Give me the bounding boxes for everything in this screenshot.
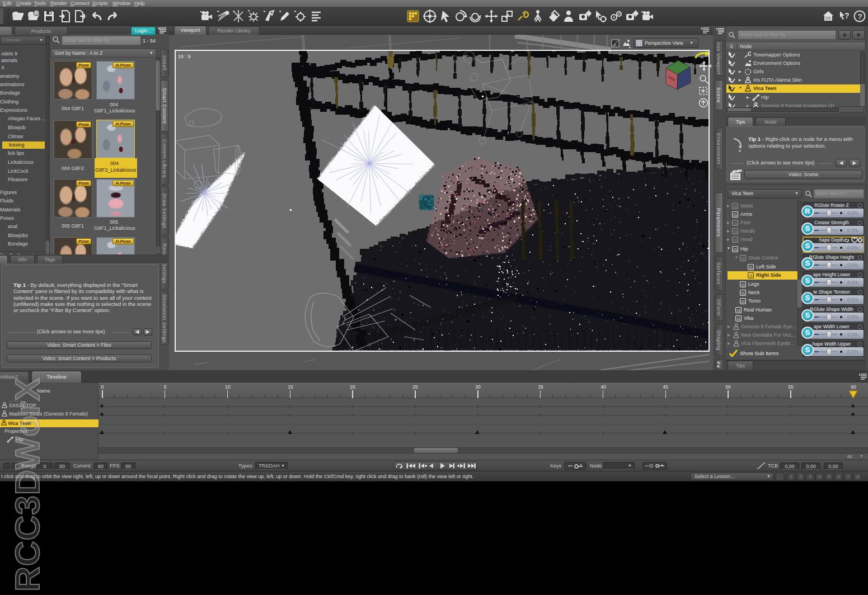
svg-text:G: G xyxy=(734,238,737,243)
svg-text:G: G xyxy=(734,204,737,209)
svg-text:G: G xyxy=(742,256,745,261)
svg-text:G: G xyxy=(734,212,737,218)
svg-text:G: G xyxy=(737,308,740,313)
svg-text:?: ? xyxy=(858,12,862,21)
svg-text:G: G xyxy=(737,317,740,322)
svg-text:G: G xyxy=(749,273,753,278)
svg-text:G: G xyxy=(742,291,745,296)
svg-text:G: G xyxy=(734,229,737,234)
svg-text:G: G xyxy=(734,247,737,252)
svg-text:?: ? xyxy=(844,11,850,20)
svg-text:G: G xyxy=(734,221,737,226)
svg-text:G: G xyxy=(742,299,745,304)
svg-text:16 : 9: 16 : 9 xyxy=(178,54,191,59)
svg-text:DS: DS xyxy=(825,16,831,20)
svg-text:G: G xyxy=(742,282,745,287)
svg-text:G: G xyxy=(749,265,753,270)
